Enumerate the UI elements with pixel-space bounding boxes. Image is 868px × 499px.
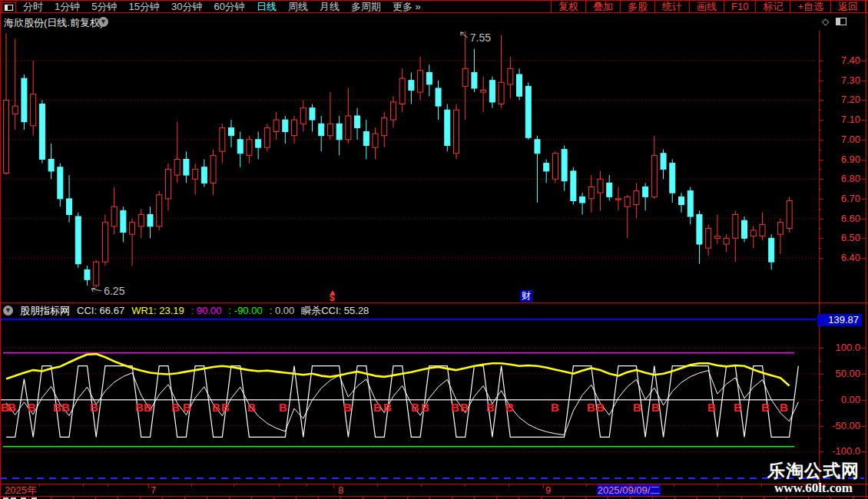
candle — [31, 61, 36, 136]
indicator-field-1: WR1: 23.19 — [131, 305, 184, 316]
candlestick-chart-region[interactable]: 7.556.25$ — [0, 31, 817, 302]
candle — [697, 210, 702, 263]
axis-minor-tick — [819, 150, 821, 150]
axis-tick — [819, 400, 823, 401]
toolbar-period-item-5[interactable]: 60分钟 — [214, 1, 244, 13]
axis-minor-tick — [819, 387, 821, 388]
toolbar-func-item-6[interactable]: 标记 — [756, 1, 790, 13]
axis-tick — [819, 238, 823, 239]
candle — [273, 112, 279, 140]
axis-minor-tick — [819, 438, 821, 439]
candle — [247, 136, 252, 164]
toolbar-period-item-7[interactable]: 周线 — [288, 1, 308, 13]
toolbar-func-item-0[interactable]: 复权 — [552, 1, 585, 13]
toolbar-period-item-0[interactable]: 分时 — [23, 1, 43, 13]
date-minor-tick — [421, 484, 422, 487]
indicator-axis-label: -100.0 — [819, 446, 860, 457]
price-axis-label: 7.10 — [819, 114, 860, 125]
candle — [445, 104, 450, 152]
candle — [121, 207, 126, 242]
toolbar-func-item-8[interactable]: 返回 — [831, 1, 865, 13]
toolbar-period-item-4[interactable]: 30分钟 — [171, 1, 202, 13]
indicator-chart-region[interactable]: BBBBBBBBBBBBBBBBBBBBBBBBBBBBBBBB — [0, 321, 817, 461]
candle — [22, 74, 27, 130]
buy-signal-marker: B — [651, 401, 660, 414]
candle — [508, 57, 513, 98]
collapse-indicator-icon[interactable]: ▼ — [3, 306, 13, 316]
money-marker: $ — [330, 290, 336, 302]
diamond-icon[interactable]: ◇ — [822, 16, 829, 27]
toolbar-period-item-10[interactable]: 更多 » — [393, 1, 421, 13]
buy-signal-marker: B — [221, 401, 230, 414]
candlestick-chart[interactable]: 7.556.25$ — [0, 31, 817, 302]
watermark-url: www.60lt.com — [763, 481, 864, 496]
toolbar-func-item-4[interactable]: 画线 — [690, 1, 724, 13]
buy-signal-marker: B — [343, 401, 352, 414]
axis-minor-tick — [819, 91, 821, 91]
candle — [399, 68, 405, 112]
toolbar-period-item-3[interactable]: 15分钟 — [128, 1, 159, 13]
date-minor-tick — [279, 484, 280, 487]
candle — [193, 164, 198, 195]
price-axis-label: 6.40 — [819, 253, 860, 263]
top-toolbar: 分时1分钟5分钟15分钟30分钟60分钟日线周线月线多周期更多 » 复权叠加多股… — [0, 0, 868, 13]
watermark-site-name: 乐淘公式网 — [763, 461, 864, 481]
blue-dashed-line — [0, 478, 864, 479]
indicator-chart[interactable]: BBBBBBBBBBBBBBBBBBBBBBBBBBBBBBBB — [0, 321, 817, 461]
date-axis-label-3: 9 — [545, 485, 551, 496]
toolbar-period-item-9[interactable]: 多周期 — [351, 1, 381, 13]
date-axis-label-1: 7 — [151, 485, 156, 496]
candle — [184, 151, 189, 183]
date-minor-tick — [717, 484, 718, 487]
svg-text:6.25: 6.25 — [104, 285, 124, 297]
date-minor-tick — [234, 484, 234, 487]
candle — [777, 219, 783, 254]
buy-signal-marker: B — [373, 401, 382, 414]
price-axis-label: 7.30 — [819, 75, 860, 86]
axis-minor-tick — [819, 130, 821, 131]
toolbar-period-item-8[interactable]: 月线 — [320, 1, 340, 13]
buy-signal-marker: B — [8, 401, 16, 414]
candle — [571, 167, 576, 205]
cai-marker-badge: 财 — [520, 290, 532, 302]
layout-panes-icon[interactable] — [2, 2, 16, 13]
toolbar-func-item-3[interactable]: 统计 — [655, 1, 689, 13]
candle — [147, 207, 153, 238]
price-axis-label: 6.90 — [819, 154, 860, 165]
toolbar-func-item-5[interactable]: F10 — [724, 1, 755, 13]
axis-tick — [861, 160, 866, 160]
toolbar-period-item-2[interactable]: 5分钟 — [91, 1, 117, 13]
axis-tick — [819, 160, 823, 160]
toolbar-period-item-1[interactable]: 1分钟 — [55, 1, 80, 13]
axis-tick — [861, 238, 866, 239]
buy-signal-marker: B — [279, 401, 287, 414]
buy-signal-marker: B — [247, 401, 256, 414]
window-left-border — [0, 0, 1, 499]
candle — [670, 160, 675, 203]
chevron-down-circle-icon[interactable]: ▼ — [98, 17, 108, 27]
toolbar-func-item-2[interactable]: 多股 — [621, 1, 654, 13]
toolbar-period-item-6[interactable]: 日线 — [257, 1, 277, 13]
candle — [12, 39, 18, 130]
axis-tick — [819, 61, 823, 61]
buy-signal-marker: B — [780, 401, 788, 414]
buy-signal-marker: B — [633, 401, 641, 414]
date-minor-tick — [586, 484, 587, 487]
toolbar-func-item-1[interactable]: 叠加 — [586, 1, 620, 13]
buy-signal-marker: B — [486, 401, 495, 414]
split-window-icon[interactable] — [836, 18, 846, 25]
candle — [607, 175, 612, 200]
toolbar-func-item-7[interactable]: +自选 — [790, 1, 830, 13]
candle — [706, 224, 711, 256]
date-minor-tick — [465, 484, 465, 487]
buy-signal-marker: B — [212, 401, 220, 414]
buy-signal-marker: B — [53, 401, 61, 414]
axis-minor-tick — [819, 110, 821, 111]
buy-signal-marker: B — [28, 401, 36, 414]
date-minor-tick — [849, 484, 850, 487]
candle — [229, 120, 234, 147]
low-annotation: 6.25 — [91, 285, 124, 297]
candle — [580, 193, 585, 214]
candle — [84, 266, 90, 286]
candle — [409, 72, 414, 104]
